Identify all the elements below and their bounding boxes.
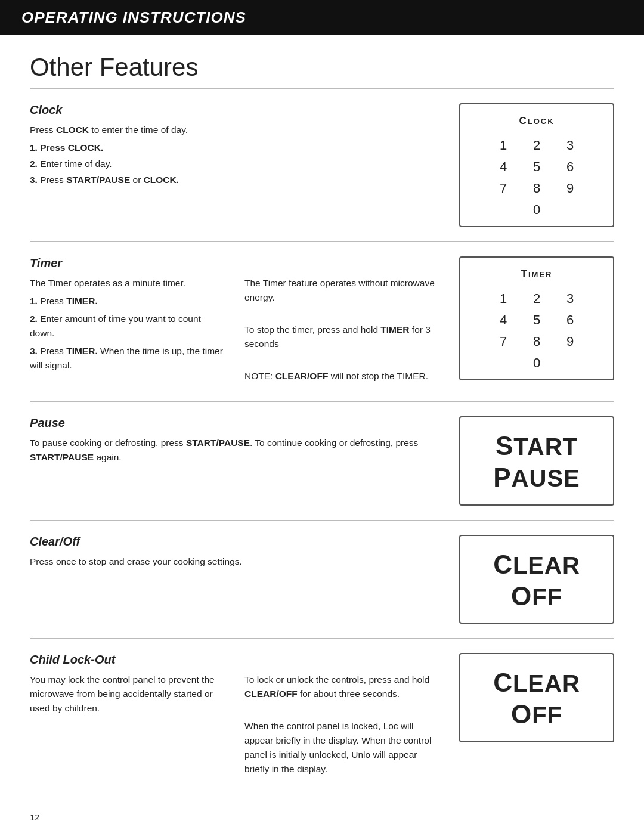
timer-step-1: 1. Press TIMER.: [30, 294, 227, 308]
key-1: 1: [494, 137, 513, 154]
child-lock-two-col: You may lock the control panel to preven…: [30, 673, 441, 780]
tkey-9: 9: [561, 333, 580, 351]
child-lock-right-text2: When the control panel is locked, Loc wi…: [244, 719, 441, 776]
key-3: 3: [561, 137, 580, 154]
clear-label: CLEAR: [493, 549, 580, 581]
clock-keypad-box: CLOCK 1 2 3 4 5 6 7 8 9 0: [459, 103, 614, 227]
child-clear-label: CLEAR: [493, 667, 580, 699]
timer-right-col: The Timer feature operates without micro…: [244, 276, 441, 387]
section-clock: Clock Press CLOCK to enter the time of d…: [30, 89, 614, 242]
key-5: 5: [527, 158, 546, 176]
start-label: START: [496, 431, 578, 462]
tkey-3: 3: [561, 290, 580, 308]
child-lock-content: Child Lock-Out You may lock the control …: [30, 653, 441, 780]
timer-note: NOTE: CLEAR/OFF will not stop the TIMER.: [244, 369, 441, 383]
child-lock-panel: CLEAR OFF: [459, 653, 614, 780]
key-0: 0: [494, 202, 580, 218]
timer-stop: To stop the timer, press and hold TIMER …: [244, 323, 441, 351]
clock-step-1: 1. Press CLOCK.: [30, 141, 441, 156]
pause-panel: START PAUSE: [459, 416, 614, 506]
clock-panel: CLOCK 1 2 3 4 5 6 7 8 9 0: [459, 103, 614, 227]
tkey-1: 1: [494, 290, 513, 308]
key-2: 2: [527, 137, 546, 154]
clock-title: Clock: [30, 103, 441, 117]
tkey-2: 2: [527, 290, 546, 308]
child-lock-title: Child Lock-Out: [30, 653, 441, 667]
clock-steps: 1. Press CLOCK. 2. Enter time of day. 3.…: [30, 141, 441, 187]
child-off-label: OFF: [511, 699, 562, 730]
child-lock-left-text: You may lock the control panel to preven…: [30, 673, 227, 716]
clear-off-content: Clear/Off Press once to stop and erase y…: [30, 535, 441, 624]
timer-keypad-label: TIMER: [521, 268, 553, 280]
key-7: 7: [494, 179, 513, 197]
off-label: OFF: [511, 581, 562, 612]
key-9: 9: [561, 179, 580, 197]
timer-intro: The Timer operates as a minute timer.: [30, 276, 227, 290]
tkey-6: 6: [561, 311, 580, 329]
timer-no-energy: The Timer feature operates without micro…: [244, 276, 441, 305]
key-4: 4: [494, 158, 513, 176]
page-title: Other Features: [30, 53, 614, 89]
key-6: 6: [561, 158, 580, 176]
tkey-5: 5: [527, 311, 546, 329]
clock-step-2: 2. Enter time of day.: [30, 157, 441, 172]
page-number: 12: [30, 812, 614, 822]
start-pause-box: START PAUSE: [459, 416, 614, 506]
timer-title: Timer: [30, 256, 441, 270]
section-pause: Pause To pause cooking or defrosting, pr…: [30, 402, 614, 521]
clear-off-title: Clear/Off: [30, 535, 441, 549]
pause-label: PAUSE: [493, 462, 580, 494]
timer-content: Timer The Timer operates as a minute tim…: [30, 256, 441, 387]
timer-keypad-box: TIMER 1 2 3 4 5 6 7 8 9 0: [459, 256, 614, 380]
tkey-0: 0: [494, 355, 580, 371]
clock-intro: Press CLOCK to enter the time of day.: [30, 123, 441, 137]
header-bar: Operating Instructions: [0, 0, 644, 35]
clock-content: Clock Press CLOCK to enter the time of d…: [30, 103, 441, 227]
section-clear-off: Clear/Off Press once to stop and erase y…: [30, 521, 614, 639]
timer-left-col: The Timer operates as a minute timer. 1.…: [30, 276, 227, 387]
child-lock-left: You may lock the control panel to preven…: [30, 673, 227, 780]
timer-step-3: 3. Press TIMER. When the time is up, the…: [30, 344, 227, 373]
page-content: Other Features Clock Press CLOCK to ente…: [0, 35, 644, 833]
clock-keypad-grid: 1 2 3 4 5 6 7 8 9 0: [494, 137, 580, 218]
child-lock-clear-off-box: CLEAR OFF: [459, 653, 614, 742]
clear-off-box: CLEAR OFF: [459, 535, 614, 624]
key-8: 8: [527, 179, 546, 197]
child-lock-right-text1: To lock or unlock the controls, press an…: [244, 673, 441, 701]
header-title: Operating Instructions: [21, 8, 623, 27]
section-child-lock: Child Lock-Out You may lock the control …: [30, 639, 614, 794]
clear-off-text: Press once to stop and erase your cookin…: [30, 555, 441, 569]
tkey-7: 7: [494, 333, 513, 351]
pause-text: To pause cooking or defrosting, press ST…: [30, 436, 441, 465]
pause-content: Pause To pause cooking or defrosting, pr…: [30, 416, 441, 506]
clear-off-panel: CLEAR OFF: [459, 535, 614, 624]
tkey-4: 4: [494, 311, 513, 329]
child-lock-right: To lock or unlock the controls, press an…: [244, 673, 441, 780]
timer-two-col: The Timer operates as a minute timer. 1.…: [30, 276, 441, 387]
pause-title: Pause: [30, 416, 441, 430]
timer-keypad-grid: 1 2 3 4 5 6 7 8 9 0: [494, 290, 580, 371]
clock-keypad-label: CLOCK: [519, 115, 554, 127]
section-timer: Timer The Timer operates as a minute tim…: [30, 242, 614, 402]
tkey-8: 8: [527, 333, 546, 351]
clock-step-3: 3. Press START/PAUSE or CLOCK.: [30, 173, 441, 188]
timer-step-2: 2. Enter amount of time you want to coun…: [30, 312, 227, 340]
timer-panel: TIMER 1 2 3 4 5 6 7 8 9 0: [459, 256, 614, 387]
